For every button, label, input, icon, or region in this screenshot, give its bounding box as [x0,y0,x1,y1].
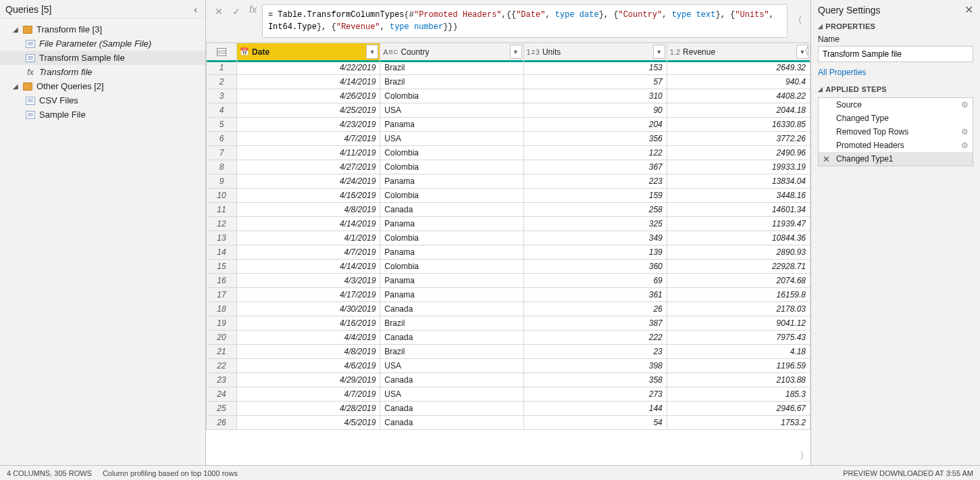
data-grid[interactable]: 📅Date ▼ ABCCountry ▼ 123Units ▼ 1.2Re [206,43,810,465]
column-header-date[interactable]: 📅Date ▼ [237,43,380,61]
table-row[interactable]: 134/1/2019Colombia34910844.36 [207,231,810,245]
cell-units[interactable]: 54 [523,416,667,430]
cell-units[interactable]: 258 [523,203,667,217]
table-row[interactable]: 104/16/2019Colombia1593448.16 [207,189,810,203]
cell-units[interactable]: 356 [523,132,667,146]
cell-units[interactable]: 204 [523,118,667,132]
column-filter-dropdown[interactable]: ▼ [653,45,665,59]
cell-revenue[interactable]: 2103.88 [667,373,810,387]
table-row[interactable]: 54/23/2019Panama20416330.85 [207,118,810,132]
table-row[interactable]: 44/25/2019USA902044.18 [207,103,810,118]
query-file-parameter[interactable]: File Parameter (Sample File) [0,37,205,51]
table-row[interactable]: 244/7/2019USA273185.3 [207,387,810,402]
cell-date[interactable]: 4/27/2019 [237,160,380,174]
cell-country[interactable]: USA [380,359,523,373]
cell-revenue[interactable]: 2044.18 [667,103,810,118]
cell-country[interactable]: USA [380,387,523,402]
cell-revenue[interactable]: 3772.26 [667,132,810,146]
caret-down-icon[interactable]: ◢ [818,23,823,30]
cell-revenue[interactable]: 2178.03 [667,302,810,316]
cell-country[interactable]: Panama [380,118,523,132]
cell-units[interactable]: 360 [523,260,667,274]
cell-date[interactable]: 4/24/2019 [237,174,380,189]
table-corner[interactable] [207,43,237,61]
cell-date[interactable]: 4/14/2019 [237,260,380,274]
cell-country[interactable]: Panama [380,174,523,189]
commit-formula-button[interactable]: ✓ [229,4,244,19]
cell-country[interactable]: Panama [380,245,523,260]
cell-country[interactable]: Brazil [380,316,523,331]
cell-date[interactable]: 4/14/2019 [237,75,380,89]
cell-units[interactable]: 222 [523,331,667,345]
cell-date[interactable]: 4/28/2019 [237,402,380,416]
cell-revenue[interactable]: 16330.85 [667,118,810,132]
query-name-input[interactable] [818,46,973,62]
cell-revenue[interactable]: 2490.96 [667,146,810,160]
cell-country[interactable]: USA [380,103,523,118]
cell-country[interactable]: Panama [380,288,523,302]
folder-transform-file[interactable]: ◢ Transform file [3] [0,22,205,37]
cell-units[interactable]: 139 [523,245,667,260]
applied-step[interactable]: Promoted Headers⚙ [819,139,973,152]
cell-date[interactable]: 4/7/2019 [237,387,380,402]
applied-step[interactable]: Removed Top Rows⚙ [819,125,973,139]
column-header-units[interactable]: 123Units ▼ [523,43,667,61]
scroll-down-icon[interactable]: 〉 [800,450,809,462]
cancel-formula-button[interactable]: ✕ [211,4,226,19]
cell-revenue[interactable]: 2890.93 [667,245,810,260]
query-csv-files[interactable]: CSV Files [0,93,205,107]
cell-revenue[interactable]: 4408.22 [667,89,810,103]
vertical-scrollbar[interactable]: 〈 〉 [798,43,810,465]
applied-step[interactable]: Changed Type [819,112,973,125]
cell-revenue[interactable]: 2649.32 [667,61,810,75]
cell-date[interactable]: 4/7/2019 [237,245,380,260]
cell-date[interactable]: 4/23/2019 [237,118,380,132]
cell-country[interactable]: Canada [380,416,523,430]
query-sample-file[interactable]: Sample File [0,107,205,122]
cell-date[interactable]: 4/16/2019 [237,189,380,203]
cell-country[interactable]: Colombia [380,146,523,160]
cell-date[interactable]: 4/30/2019 [237,302,380,316]
column-filter-dropdown[interactable]: ▼ [366,45,378,59]
table-row[interactable]: 204/4/2019Canada2227975.43 [207,331,810,345]
cell-date[interactable]: 4/8/2019 [237,345,380,359]
gear-icon[interactable]: ⚙ [961,100,969,110]
delete-step-icon[interactable]: ✕ [823,154,830,164]
table-row[interactable]: 194/16/2019Brazil3879041.12 [207,316,810,331]
query-transform-sample-file[interactable]: Transform Sample file [0,51,205,65]
cell-country[interactable]: Colombia [380,260,523,274]
table-row[interactable]: 124/14/2019Panama32511939.47 [207,217,810,231]
collapse-left-icon[interactable]: ‹ [191,3,200,16]
column-filter-dropdown[interactable]: ▼ [510,45,522,59]
table-row[interactable]: 64/7/2019USA3563772.26 [207,132,810,146]
cell-revenue[interactable]: 7975.43 [667,331,810,345]
cell-units[interactable]: 358 [523,373,667,387]
table-row[interactable]: 174/17/2019Panama36116159.8 [207,288,810,302]
applied-step[interactable]: Source⚙ [819,98,973,112]
table-row[interactable]: 114/8/2019Canada25814601.34 [207,203,810,217]
cell-date[interactable]: 4/29/2019 [237,373,380,387]
cell-units[interactable]: 367 [523,160,667,174]
cell-date[interactable]: 4/7/2019 [237,132,380,146]
cell-units[interactable]: 223 [523,174,667,189]
query-transform-file-fn[interactable]: fx Transform file [0,65,205,79]
cell-country[interactable]: Canada [380,373,523,387]
cell-date[interactable]: 4/3/2019 [237,274,380,288]
cell-revenue[interactable]: 14601.34 [667,203,810,217]
table-row[interactable]: 24/14/2019Brazil57940.4 [207,75,810,89]
cell-revenue[interactable]: 940.4 [667,75,810,89]
cell-date[interactable]: 4/8/2019 [237,203,380,217]
caret-down-icon[interactable]: ◢ [818,86,823,93]
cell-country[interactable]: Brazil [380,345,523,359]
cell-units[interactable]: 325 [523,217,667,231]
all-properties-link[interactable]: All Properties [818,68,866,77]
cell-date[interactable]: 4/14/2019 [237,217,380,231]
table-row[interactable]: 214/8/2019Brazil234.18 [207,345,810,359]
cell-units[interactable]: 273 [523,387,667,402]
cell-country[interactable]: Brazil [380,75,523,89]
cell-date[interactable]: 4/1/2019 [237,231,380,245]
table-row[interactable]: 14/22/2019Brazil1532649.32 [207,61,810,75]
cell-country[interactable]: Colombia [380,231,523,245]
cell-revenue[interactable]: 2946.67 [667,402,810,416]
cell-units[interactable]: 398 [523,359,667,373]
